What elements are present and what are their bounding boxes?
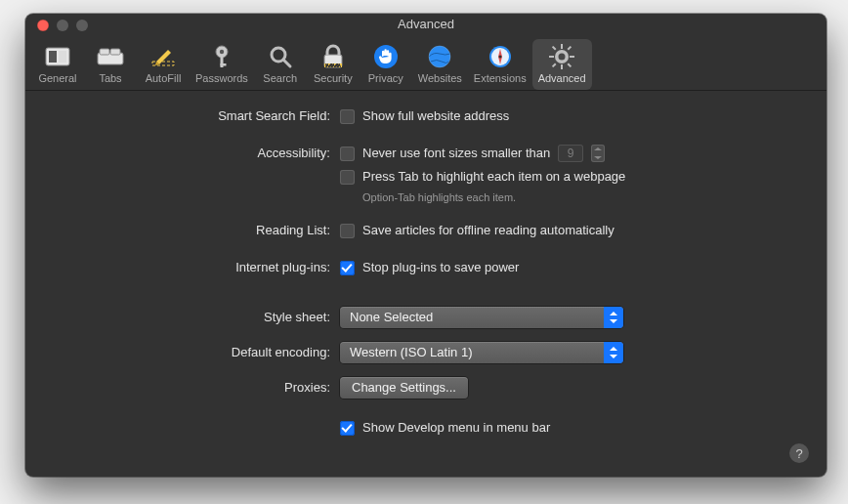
lock-icon: [319, 43, 347, 70]
svg-point-23: [498, 56, 501, 59]
style-sheet-value: None Selected: [350, 310, 433, 324]
svg-rect-2: [59, 51, 66, 63]
offline-reading-checkbox[interactable]: [340, 224, 355, 238]
show-develop-menu-checkbox[interactable]: [340, 421, 355, 436]
accessibility-label: Accessibility:: [49, 144, 340, 163]
svg-rect-5: [110, 49, 120, 55]
help-button[interactable]: ?: [789, 443, 809, 463]
minimize-button[interactable]: [57, 20, 68, 31]
preferences-window: Advanced General Tabs AutoFill Passwords: [25, 14, 827, 477]
svg-line-12: [283, 60, 290, 66]
svg-rect-1: [49, 51, 57, 63]
tab-websites[interactable]: Websites: [412, 39, 468, 90]
hand-icon: [372, 43, 400, 70]
offline-reading-text: Save articles for offline reading automa…: [362, 221, 615, 240]
svg-rect-28: [570, 56, 574, 58]
show-full-url-checkbox[interactable]: [340, 109, 355, 124]
change-settings-button[interactable]: Change Settings...: [340, 377, 468, 399]
tab-search[interactable]: Search: [254, 39, 307, 90]
style-sheet-label: Style sheet:: [49, 307, 340, 328]
tab-extensions[interactable]: Extensions: [468, 39, 532, 90]
gear-icon: [548, 43, 575, 70]
show-full-url-text: Show full website address: [362, 106, 509, 126]
encoding-select[interactable]: Western (ISO Latin 1): [340, 342, 623, 363]
pencil-icon: [149, 43, 177, 70]
compass-icon: [487, 43, 514, 70]
svg-rect-27: [549, 56, 554, 58]
globe-icon: [426, 43, 453, 70]
svg-point-8: [220, 50, 224, 54]
press-tab-checkbox[interactable]: [340, 170, 355, 185]
tab-advanced[interactable]: Advanced: [532, 39, 592, 90]
svg-point-33: [559, 54, 566, 61]
min-font-size-checkbox[interactable]: [340, 147, 355, 161]
window-controls: [37, 20, 88, 31]
tabs-icon: [97, 43, 124, 70]
chevron-updown-icon: [604, 342, 623, 363]
advanced-pane: Smart Search Field: Show full website ad…: [25, 91, 827, 477]
switch-icon: [44, 43, 71, 70]
search-icon: [267, 43, 294, 70]
tab-passwords[interactable]: Passwords: [190, 39, 254, 90]
close-button[interactable]: [37, 20, 49, 31]
zoom-button[interactable]: [76, 20, 88, 31]
svg-rect-15: [325, 63, 341, 67]
style-sheet-select[interactable]: None Selected: [340, 307, 623, 328]
chevron-updown-icon: [604, 307, 623, 328]
preferences-toolbar: General Tabs AutoFill Passwords Search: [25, 35, 827, 91]
min-font-size-field[interactable]: 9: [558, 145, 583, 162]
svg-rect-29: [552, 46, 557, 51]
svg-rect-32: [552, 63, 557, 68]
svg-rect-26: [561, 64, 563, 69]
window-title: Advanced: [25, 14, 827, 35]
min-font-size-text: Never use font sizes smaller than: [362, 144, 550, 163]
encoding-label: Default encoding:: [49, 342, 340, 363]
press-tab-hint: Option-Tab highlights each item.: [362, 191, 625, 203]
proxies-label: Proxies:: [49, 377, 340, 399]
min-font-size-stepper[interactable]: [591, 145, 605, 162]
svg-rect-4: [100, 49, 109, 55]
press-tab-text: Press Tab to highlight each item on a we…: [362, 167, 625, 187]
tab-security[interactable]: Security: [307, 39, 360, 90]
svg-rect-10: [220, 63, 226, 66]
tab-privacy[interactable]: Privacy: [360, 39, 412, 90]
stop-plugins-text: Stop plug-ins to save power: [362, 258, 519, 277]
svg-rect-31: [568, 46, 572, 51]
smart-search-label: Smart Search Field:: [49, 106, 340, 126]
plugins-label: Internet plug-ins:: [49, 258, 340, 277]
reading-list-label: Reading List:: [49, 221, 340, 240]
tab-tabs[interactable]: Tabs: [84, 39, 137, 90]
stop-plugins-checkbox[interactable]: [340, 261, 355, 275]
show-develop-menu-text: Show Develop menu in menu bar: [362, 418, 550, 438]
key-icon: [208, 43, 235, 70]
tab-autofill[interactable]: AutoFill: [137, 39, 190, 90]
encoding-value: Western (ISO Latin 1): [350, 345, 472, 359]
tab-general[interactable]: General: [31, 39, 84, 90]
titlebar: Advanced: [25, 14, 827, 35]
svg-rect-30: [568, 63, 572, 68]
svg-point-17: [374, 45, 398, 68]
svg-rect-25: [561, 44, 563, 49]
